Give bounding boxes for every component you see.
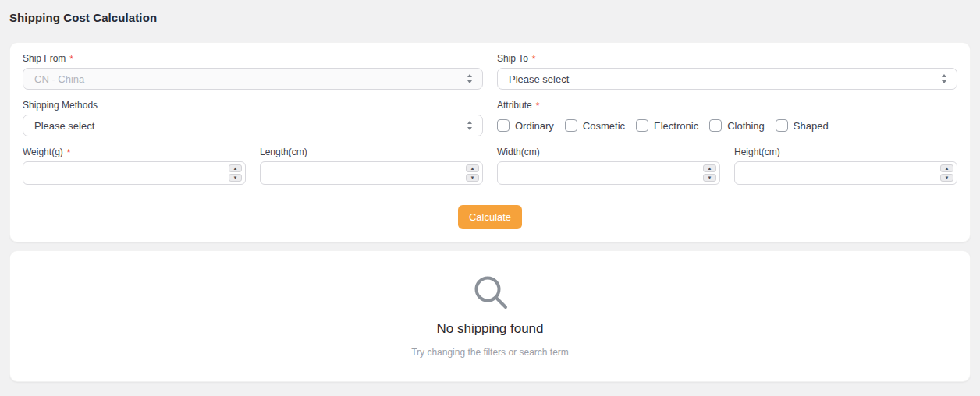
shipping-methods-label-text: Shipping Methods [23, 100, 98, 111]
shipping-methods-value: Please select [34, 120, 94, 132]
height-input[interactable] [734, 161, 957, 185]
spinner-down-icon[interactable]: ▼ [466, 174, 479, 182]
shipping-methods-label: Shipping Methods [23, 99, 483, 111]
width-input[interactable] [497, 161, 720, 185]
checkbox-label: Ordinary [515, 120, 554, 132]
weight-field: Weight(g) * ▲ ▼ [23, 146, 246, 185]
updown-arrow-icon [467, 120, 473, 131]
length-label: Length(cm) [260, 146, 483, 157]
length-input[interactable] [260, 161, 483, 185]
height-input-wrap: ▲ ▼ [734, 161, 957, 185]
attribute-checkbox-electronic[interactable] [636, 119, 648, 132]
form-row-3: Weight(g) * ▲ ▼ Length(cm) [23, 146, 957, 185]
checkbox-label: Electronic [654, 120, 698, 132]
length-label-text: Length(cm) [260, 147, 307, 157]
required-asterisk: * [69, 53, 73, 64]
ship-from-value: CN - China [34, 73, 84, 85]
spinner-down-icon[interactable]: ▼ [703, 174, 716, 182]
form-row-2: Shipping Methods Please select Attribute… [23, 99, 957, 136]
attribute-checkbox-cosmetic[interactable] [565, 119, 577, 132]
shipping-methods-select[interactable]: Please select [23, 115, 483, 136]
calculate-button[interactable]: Calculate [458, 205, 522, 229]
ship-to-field: Ship To * Please select [497, 52, 957, 90]
ship-to-label: Ship To * [497, 52, 957, 64]
checkbox-label: Cosmetic [583, 120, 625, 132]
spinner-down-icon[interactable]: ▼ [940, 174, 953, 182]
height-spinner: ▲ ▼ [940, 164, 953, 182]
length-field: Length(cm) ▲ ▼ [260, 146, 483, 185]
empty-state-subtitle: Try changing the filters or search term [23, 347, 957, 358]
page-title: Shipping Cost Calculation [9, 11, 971, 24]
attribute-label: Attribute * [497, 99, 957, 111]
attribute-checkbox-ordinary[interactable] [497, 119, 510, 132]
shipping-form-card: Ship From * CN - China Ship To * Please … [9, 42, 971, 242]
updown-arrow-icon [467, 73, 473, 84]
length-input-wrap: ▲ ▼ [260, 161, 483, 185]
form-row-1: Ship From * CN - China Ship To * Please … [23, 52, 957, 90]
weight-input-wrap: ▲ ▼ [23, 161, 246, 185]
spinner-up-icon[interactable]: ▲ [703, 164, 716, 172]
height-label: Height(cm) [734, 146, 957, 157]
ship-from-label-text: Ship From [23, 53, 66, 64]
spinner-up-icon[interactable]: ▲ [940, 164, 953, 172]
search-icon [471, 273, 509, 310]
width-input-wrap: ▲ ▼ [497, 161, 720, 185]
ship-to-select[interactable]: Please select [497, 68, 957, 90]
attribute-option-electronic: Electronic [636, 119, 698, 132]
required-asterisk: * [536, 100, 540, 111]
width-label: Width(cm) [497, 146, 720, 157]
weight-label-text: Weight(g) [23, 147, 63, 157]
spinner-up-icon[interactable]: ▲ [466, 164, 479, 172]
height-field: Height(cm) ▲ ▼ [734, 146, 957, 185]
spinner-down-icon[interactable]: ▼ [229, 174, 242, 182]
attribute-checkbox-clothing[interactable] [709, 119, 722, 132]
attribute-field: Attribute * Ordinary Cosmetic Electronic [497, 99, 957, 136]
required-asterisk: * [532, 53, 536, 64]
ship-from-field: Ship From * CN - China [23, 52, 483, 90]
length-spinner: ▲ ▼ [466, 164, 479, 182]
attribute-option-cosmetic: Cosmetic [565, 119, 625, 132]
required-asterisk: * [67, 147, 71, 157]
updown-arrow-icon [941, 73, 947, 84]
height-label-text: Height(cm) [734, 147, 780, 157]
attribute-option-ordinary: Ordinary [497, 119, 554, 132]
ship-to-value: Please select [509, 73, 569, 85]
spinner-up-icon[interactable]: ▲ [229, 164, 242, 172]
shipping-methods-field: Shipping Methods Please select [23, 99, 483, 136]
ship-to-label-text: Ship To [497, 53, 528, 64]
attribute-option-clothing: Clothing [709, 119, 765, 132]
button-row: Calculate [23, 205, 957, 229]
ship-from-select: CN - China [23, 68, 483, 90]
width-spinner: ▲ ▼ [703, 164, 716, 182]
weight-label: Weight(g) * [23, 146, 246, 157]
ship-from-label: Ship From * [23, 52, 483, 64]
attribute-label-text: Attribute [497, 100, 532, 111]
empty-state-title: No shipping found [23, 321, 957, 337]
page: Shipping Cost Calculation Ship From * CN… [0, 0, 980, 382]
checkbox-label: Shaped [794, 120, 829, 132]
weight-spinner: ▲ ▼ [229, 164, 242, 182]
width-field: Width(cm) ▲ ▼ [497, 146, 720, 185]
attribute-checkbox-group: Ordinary Cosmetic Electronic Clothing [497, 115, 957, 136]
checkbox-label: Clothing [727, 120, 765, 132]
attribute-checkbox-shaped[interactable] [776, 119, 788, 132]
weight-input[interactable] [23, 161, 246, 185]
attribute-option-shaped: Shaped [776, 119, 829, 132]
width-label-text: Width(cm) [497, 147, 540, 157]
results-card: No shipping found Try changing the filte… [9, 250, 971, 382]
